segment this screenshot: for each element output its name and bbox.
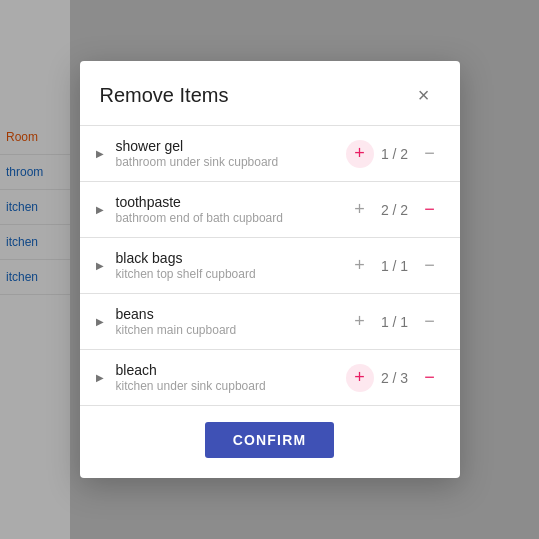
item-name: toothpaste <box>116 194 338 210</box>
item-count: 1 / 1 <box>380 314 410 330</box>
item-info: beans kitchen main cupboard <box>116 306 338 337</box>
item-chevron-icon: ▶ <box>96 316 108 327</box>
minus-button[interactable]: − <box>416 196 444 224</box>
item-location: bathroom under sink cupboard <box>116 155 338 169</box>
item-row: ▶ shower gel bathroom under sink cupboar… <box>80 126 460 182</box>
item-chevron-icon: ▶ <box>96 148 108 159</box>
item-name: black bags <box>116 250 338 266</box>
item-location: kitchen main cupboard <box>116 323 338 337</box>
modal-header: Remove Items × <box>80 61 460 126</box>
item-info: black bags kitchen top shelf cupboard <box>116 250 338 281</box>
item-info: shower gel bathroom under sink cupboard <box>116 138 338 169</box>
plus-button[interactable]: + <box>346 196 374 224</box>
minus-button[interactable]: − <box>416 140 444 168</box>
item-controls: + 2 / 3 − <box>346 364 444 392</box>
item-row: ▶ bleach kitchen under sink cupboard + 2… <box>80 350 460 406</box>
plus-button[interactable]: + <box>346 364 374 392</box>
item-chevron-icon: ▶ <box>96 204 108 215</box>
confirm-button[interactable]: CONFIRM <box>205 422 335 458</box>
item-name: beans <box>116 306 338 322</box>
item-controls: + 1 / 1 − <box>346 252 444 280</box>
plus-button[interactable]: + <box>346 308 374 336</box>
item-chevron-icon: ▶ <box>96 372 108 383</box>
item-name: shower gel <box>116 138 338 154</box>
plus-button[interactable]: + <box>346 140 374 168</box>
item-row: ▶ beans kitchen main cupboard + 1 / 1 − <box>80 294 460 350</box>
minus-button[interactable]: − <box>416 308 444 336</box>
minus-button[interactable]: − <box>416 252 444 280</box>
minus-button[interactable]: − <box>416 364 444 392</box>
item-info: bleach kitchen under sink cupboard <box>116 362 338 393</box>
item-chevron-icon: ▶ <box>96 260 108 271</box>
item-list: ▶ shower gel bathroom under sink cupboar… <box>80 126 460 406</box>
modal-footer: CONFIRM <box>80 406 460 478</box>
item-row: ▶ black bags kitchen top shelf cupboard … <box>80 238 460 294</box>
plus-button[interactable]: + <box>346 252 374 280</box>
item-count: 1 / 2 <box>380 146 410 162</box>
modal-overlay: Remove Items × ▶ shower gel bathroom und… <box>0 0 539 539</box>
item-controls: + 1 / 1 − <box>346 308 444 336</box>
item-location: bathroom end of bath cupboard <box>116 211 338 225</box>
item-count: 2 / 3 <box>380 370 410 386</box>
item-location: kitchen under sink cupboard <box>116 379 338 393</box>
item-info: toothpaste bathroom end of bath cupboard <box>116 194 338 225</box>
close-button[interactable]: × <box>408 79 440 111</box>
item-count: 2 / 2 <box>380 202 410 218</box>
remove-items-modal: Remove Items × ▶ shower gel bathroom und… <box>80 61 460 478</box>
item-name: bleach <box>116 362 338 378</box>
item-count: 1 / 1 <box>380 258 410 274</box>
item-controls: + 2 / 2 − <box>346 196 444 224</box>
item-location: kitchen top shelf cupboard <box>116 267 338 281</box>
modal-title: Remove Items <box>100 84 229 107</box>
item-controls: + 1 / 2 − <box>346 140 444 168</box>
item-row: ▶ toothpaste bathroom end of bath cupboa… <box>80 182 460 238</box>
